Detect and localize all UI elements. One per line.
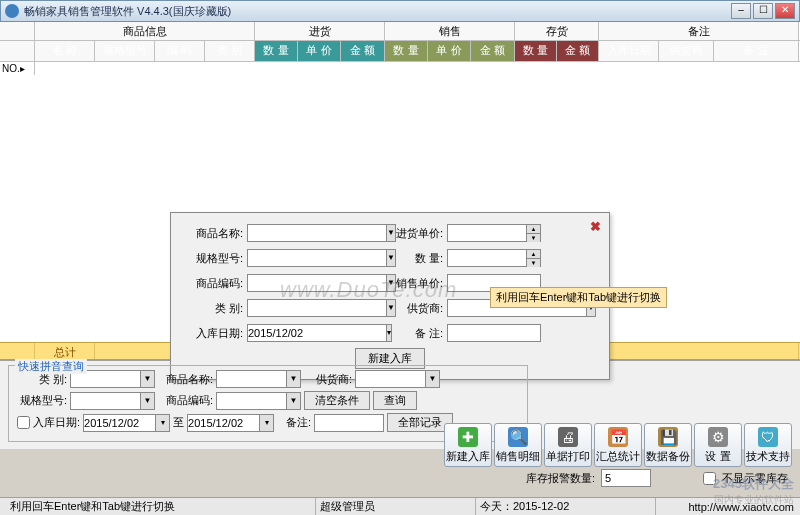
dlg-label-sprice: 销售单价: [383, 276, 443, 291]
col-sale-price[interactable]: 单 价 [428, 41, 471, 61]
col-indate[interactable]: 入库日期 [599, 41, 659, 61]
query-button[interactable]: 查询 [373, 391, 417, 410]
col-purchase-qty[interactable]: 数 量 [255, 41, 298, 61]
chevron-down-icon[interactable]: ▼ [140, 392, 155, 410]
group-purchase: 进货 [255, 22, 385, 40]
dlg-label-cat: 类 别: [183, 301, 243, 316]
dlg-label-name: 商品名称: [183, 226, 243, 241]
status-hint: 利用回车Enter键和Tab键进行切换 [6, 498, 316, 515]
sr-remark-input[interactable] [314, 414, 384, 432]
col-stock-amount[interactable]: 金 额 [557, 41, 599, 61]
calendar-icon: 📅 [608, 427, 628, 447]
sr-spec-combo[interactable]: ▼ [70, 392, 155, 410]
maximize-button[interactable]: ☐ [753, 3, 773, 19]
col-sale-amount[interactable]: 金 额 [471, 41, 515, 61]
group-stock: 存货 [515, 22, 599, 40]
sr-to: 至 [173, 415, 184, 430]
data-grid[interactable]: NO.▸ ✖ 商品名称: ▼ 进货单价: ▲▼ 规格型号: ▼ 数 量: ▲▼ [0, 62, 800, 342]
sr-date1-picker[interactable]: ▾ [83, 414, 170, 432]
shield-icon: 🛡 [758, 427, 778, 447]
col-stock-qty[interactable]: 数 量 [515, 41, 557, 61]
stock-alarm-input[interactable] [601, 469, 651, 487]
tb-summary-button[interactable]: 📅汇总统计 [594, 423, 642, 467]
group-sale: 销售 [385, 22, 515, 40]
dlg-label-spec: 规格型号: [183, 251, 243, 266]
status-admin: 超级管理员 [316, 498, 476, 515]
col-code[interactable]: 编 码 [155, 41, 205, 61]
tooltip: 利用回车Enter键和Tab键进行切换 [490, 287, 667, 308]
chevron-down-icon[interactable]: ▼ [425, 370, 440, 388]
sr-code-combo[interactable]: ▼ [216, 392, 301, 410]
tb-backup-button[interactable]: 💾数据备份 [644, 423, 692, 467]
dlg-spec-combo[interactable]: ▼ [247, 249, 357, 267]
dlg-indate-picker[interactable]: ▾ [247, 324, 357, 342]
dlg-label-code: 商品编码: [183, 276, 243, 291]
chevron-down-icon[interactable]: ▼ [286, 370, 301, 388]
gear-icon: ⚙ [708, 427, 728, 447]
clear-button[interactable]: 清空条件 [304, 391, 370, 410]
dlg-label-supplier: 供货商: [383, 301, 443, 316]
dlg-label-pprice: 进货单价: [383, 226, 443, 241]
col-supplier[interactable]: 供货商 [659, 41, 714, 61]
chevron-down-icon[interactable]: ▾ [259, 414, 274, 432]
close-button[interactable]: ✕ [775, 3, 795, 19]
dlg-code-combo[interactable]: ▼ [247, 274, 357, 292]
dlg-qty-input[interactable] [447, 249, 527, 267]
dialog-close-icon[interactable]: ✖ [590, 219, 601, 234]
indate-checkbox[interactable] [17, 416, 30, 429]
dlg-purchase-price-spinner[interactable]: ▲▼ [527, 224, 541, 242]
col-remark[interactable]: 备 注 [714, 41, 799, 61]
dlg-qty-spinner[interactable]: ▲▼ [527, 249, 541, 267]
tb-print-button[interactable]: 🖨单据打印 [544, 423, 592, 467]
chevron-down-icon[interactable]: ▼ [140, 370, 155, 388]
toolbar: ✚新建入库 🔍销售明细 🖨单据打印 📅汇总统计 💾数据备份 ⚙设 置 🛡技术支持 [444, 423, 792, 467]
chevron-down-icon[interactable]: ▼ [286, 392, 301, 410]
chevron-down-icon[interactable]: ▾ [155, 414, 170, 432]
plus-icon: ✚ [458, 427, 478, 447]
sr-label-supplier: 供货商: [304, 372, 352, 387]
search-title: 快速拼音查询 [15, 359, 87, 374]
row-indicator: NO.▸ [0, 62, 35, 75]
dlg-label-qty: 数 量: [383, 251, 443, 266]
col-sale-qty[interactable]: 数 量 [385, 41, 428, 61]
tb-settings-button[interactable]: ⚙设 置 [694, 423, 742, 467]
dlg-product-name-combo[interactable]: ▼ [247, 224, 357, 242]
stock-options: 库存报警数量: 不显示零库存 [526, 469, 788, 487]
titlebar: 畅销家具销售管理软件 V4.4.3(国庆珍藏版) – ☐ ✕ [0, 0, 800, 22]
status-today: 今天：2015-12-02 [476, 498, 656, 515]
statusbar: 利用回车Enter键和Tab键进行切换 超级管理员 今天：2015-12-02 … [0, 497, 800, 515]
col-purchase-price[interactable]: 单 价 [298, 41, 341, 61]
sr-supplier-combo[interactable]: ▼ [355, 370, 440, 388]
tb-support-button[interactable]: 🛡技术支持 [744, 423, 792, 467]
stock-alarm-label: 库存报警数量: [526, 471, 595, 486]
group-product: 商品信息 [35, 22, 255, 40]
dlg-purchase-price-input[interactable] [447, 224, 527, 242]
grid-column-header: 名 称 规格型号 编 码 类 别 数 量 单 价 金 额 数 量 单 价 金 额… [0, 41, 800, 62]
total-label: 总计 [35, 343, 95, 359]
dlg-label-indate: 入库日期: [183, 326, 243, 341]
hide-zero-checkbox[interactable] [703, 472, 716, 485]
hide-zero-label: 不显示零库存 [722, 471, 788, 486]
minimize-button[interactable]: – [731, 3, 751, 19]
tb-new-button[interactable]: ✚新建入库 [444, 423, 492, 467]
col-purchase-amount[interactable]: 金 额 [341, 41, 385, 61]
sr-date2-picker[interactable]: ▾ [187, 414, 274, 432]
sr-label-name: 商品名称: [158, 372, 213, 387]
grid-group-header: 商品信息 进货 销售 存货 备注 [0, 22, 800, 41]
sr-label-indate: 入库日期: [33, 415, 80, 430]
col-cat[interactable]: 类 别 [205, 41, 255, 61]
save-icon: 💾 [658, 427, 678, 447]
sr-label-code: 商品编码: [158, 393, 213, 408]
status-url: http://www.xiaotv.com [656, 501, 794, 513]
sr-label-spec: 规格型号: [17, 393, 67, 408]
window-title: 畅销家具销售管理软件 V4.4.3(国庆珍藏版) [24, 4, 729, 19]
col-name[interactable]: 名 称 [35, 41, 95, 61]
dlg-remark-input[interactable] [447, 324, 541, 342]
dlg-label-remark: 备 注: [383, 326, 443, 341]
dlg-cat-combo[interactable]: ▼ [247, 299, 357, 317]
col-spec[interactable]: 规格型号 [95, 41, 155, 61]
sr-label-remark: 备注: [277, 415, 311, 430]
sr-name-combo[interactable]: ▼ [216, 370, 301, 388]
tb-detail-button[interactable]: 🔍销售明细 [494, 423, 542, 467]
printer-icon: 🖨 [558, 427, 578, 447]
